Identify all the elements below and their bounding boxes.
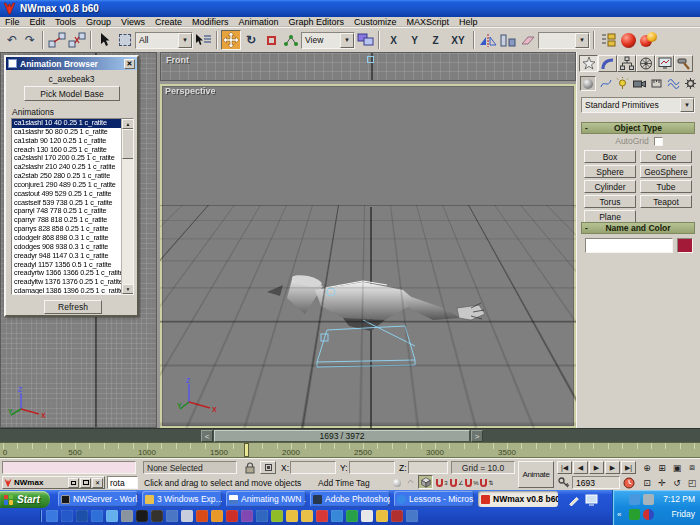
quick-launch-icon[interactable] [256,510,268,522]
quick-launch-icon[interactable] [196,510,208,522]
animation-list-item[interactable]: ccastout 499 529 0.25 1 c_ratite [12,190,133,199]
menu-item[interactable]: Tools [50,17,81,27]
track-bar[interactable]: 0500100015002000250030003500 [0,442,700,458]
unlink-selection-button[interactable] [67,30,87,50]
animation-list-item[interactable]: cdamagel 1386 1396 0.25 1 c_ratite [12,287,133,295]
autogrid-checkbox[interactable] [654,137,663,146]
tab-create[interactable] [579,55,598,72]
quick-launch-icon[interactable] [166,510,178,522]
object-type-button[interactable]: Cone [640,150,692,163]
quick-launch-icon[interactable] [331,510,343,522]
named-selection-sets-button[interactable] [518,30,538,50]
quick-launch-icon[interactable] [346,510,358,522]
category-helpers-button[interactable] [648,76,664,91]
chevron-down-icon[interactable]: ▼ [680,98,694,112]
mirror-button[interactable] [478,30,498,50]
set-key-button[interactable] [557,476,570,489]
absolute-offset-toggle[interactable] [260,461,276,474]
animation-list-item[interactable]: creadyl 1157 1356 0.5 1 c_ratite [12,261,133,270]
restore-icon[interactable] [68,478,79,488]
menu-item[interactable]: Modifiers [187,17,234,27]
zoom-all-button[interactable]: ⊞ [655,461,669,474]
select-and-link-button[interactable] [47,30,67,50]
object-type-button[interactable]: Torus [584,195,636,208]
quick-launch-icon[interactable] [271,510,283,522]
quick-launch-icon[interactable] [76,510,88,522]
quick-launch-icon[interactable] [106,510,118,522]
menu-item[interactable]: MAXScript [402,17,455,27]
category-geometry-button[interactable] [580,76,596,91]
helper-sphere-button[interactable] [390,476,403,489]
mini-listener-field[interactable]: rota [107,476,138,489]
restrict-y-button[interactable]: Y [404,31,425,50]
go-to-start-button[interactable]: |◀ [557,461,572,474]
maximize-icon[interactable] [80,478,91,488]
quick-launch-icon[interactable] [151,510,163,522]
quick-launch-icon[interactable] [136,510,148,522]
network-tray-icon[interactable] [629,494,640,505]
undo-button[interactable]: ↶ [3,30,21,50]
ball-tray-icon[interactable] [643,509,654,520]
current-frame-field[interactable]: 1693 [572,476,620,489]
animation-list-item[interactable]: cdodges 908 938 0.3 1 c_ratite [12,243,133,252]
taskbar-window-button[interactable]: NWServer - Worl... [58,491,138,507]
taskbar-window-button[interactable]: Animating NWN ... [226,491,306,507]
use-center-button[interactable] [355,30,375,50]
zoom-extents-button[interactable]: ▣ [670,461,684,474]
front-viewport[interactable]: Front [160,52,576,81]
title-bar[interactable]: NWmax v0.8 b60 [0,0,700,17]
taskbar-window-button[interactable]: NWmax v0.8 b60 [478,491,558,507]
animate-button[interactable]: Animate [518,461,554,488]
select-by-name-button[interactable] [193,30,213,50]
animation-list-item[interactable]: ccastself 539 738 0.25 1 c_ratite [12,199,133,208]
category-cameras-button[interactable] [631,76,647,91]
object-type-button[interactable]: GeoSphere [640,165,692,178]
previous-key-button[interactable]: ◀ [573,461,588,474]
animation-list-item[interactable]: cparrys 828 858 0.25 1 c_ratite [12,225,133,234]
perspective-viewport[interactable]: Perspective [160,84,576,428]
menu-item[interactable]: Graph Editors [283,17,349,27]
scroll-up-icon[interactable]: ▲ [122,119,134,129]
select-and-rotate-button[interactable]: ↻ [241,30,261,50]
animation-list-item[interactable]: cdodgelr 868 898 0.3 1 c_ratite [12,234,133,243]
align-button[interactable] [498,30,518,50]
animation-list-item[interactable]: ca2slashr 210 240 0.25 1 c_ratite [12,163,133,172]
refresh-button[interactable]: Refresh [44,300,102,314]
device-tray-icon[interactable] [643,494,654,505]
object-type-rollout-header[interactable]: - Object Type [581,122,695,134]
quick-launch-icon[interactable] [211,510,223,522]
scrollbar-thumb[interactable] [122,129,134,159]
add-time-tag[interactable]: Add Time Tag [318,478,370,488]
time-configuration-button[interactable] [622,476,636,489]
chevron-left-icon[interactable]: « [617,510,621,519]
redo-button[interactable]: ↷ [21,30,39,50]
next-key-button[interactable]: ▶ [605,461,620,474]
quick-launch-icon[interactable] [241,510,253,522]
pick-model-base-button[interactable]: Pick Model Base [24,86,120,101]
menu-item[interactable]: Edit [25,17,51,27]
macro-recorder-field[interactable] [2,461,136,474]
time-slider[interactable]: < 1693 / 3972 > [0,428,700,442]
selection-filter-dropdown[interactable]: All ▼ [135,32,193,49]
object-type-button[interactable]: Sphere [584,165,636,178]
pan-button[interactable]: ✛ [655,476,669,489]
name-color-rollout-header[interactable]: - Name and Color [581,222,695,234]
animation-list-item[interactable]: ca1stab 90 120 0.25 1 c_ratite [12,137,133,146]
3d-snap-button[interactable]: 3 [435,476,449,489]
close-icon[interactable]: ✕ [92,478,103,488]
zoom-extents-all-button[interactable]: ⧈ [685,461,699,474]
quick-launch-icon[interactable] [91,510,103,522]
day-of-week[interactable]: Friday [671,509,695,519]
next-frame-arrow[interactable]: > [471,430,483,442]
select-and-scale-button[interactable] [261,30,281,50]
quick-launch-icon[interactable] [61,510,73,522]
y-coordinate-field[interactable] [349,461,395,474]
animation-list-item[interactable]: creach 130 160 0.25 1 c_ratite [12,146,133,155]
axebeak-model[interactable] [265,268,485,378]
object-type-button[interactable]: Box [584,150,636,163]
chevron-down-icon[interactable]: ▼ [575,33,589,48]
select-and-manipulate-button[interactable] [281,30,301,50]
animation-list-item[interactable]: ca1slashl 10 40 0.25 1 c_ratite [12,119,133,128]
quick-launch-icon[interactable] [316,510,328,522]
x-coordinate-field[interactable] [290,461,336,474]
